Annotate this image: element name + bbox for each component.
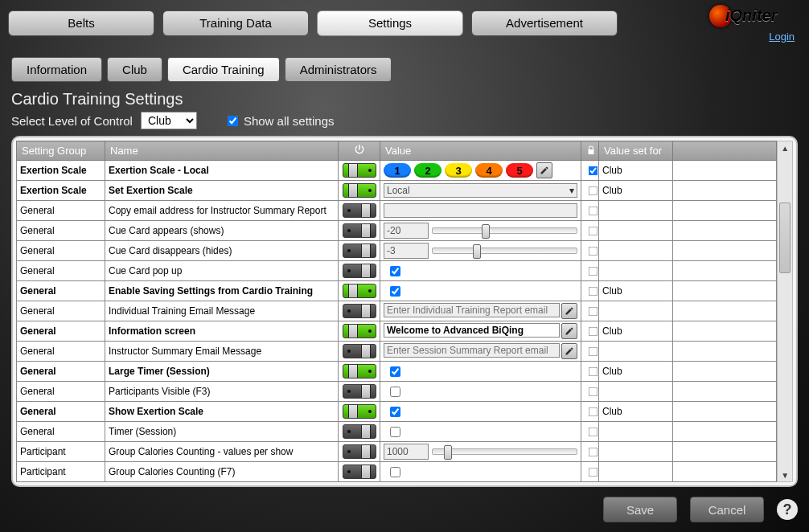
lock-checkbox[interactable]: [589, 387, 598, 396]
lock-checkbox[interactable]: [589, 467, 598, 477]
cell-setting-group: General: [17, 221, 105, 241]
lock-checkbox[interactable]: [589, 186, 598, 195]
edit-icon[interactable]: [561, 323, 577, 339]
dropdown[interactable]: [384, 183, 577, 198]
cell-setting-group: Participant: [17, 462, 105, 482]
lock-checkbox[interactable]: [589, 166, 598, 175]
login-link[interactable]: Login: [769, 31, 795, 43]
value-checkbox[interactable]: [390, 467, 400, 477]
text-input[interactable]: [384, 343, 560, 358]
edit-icon[interactable]: [561, 343, 577, 359]
lock-checkbox[interactable]: [589, 427, 598, 436]
toggle-switch[interactable]: [343, 223, 376, 238]
cell-value: [380, 241, 581, 261]
lock-checkbox[interactable]: [589, 286, 598, 296]
subtab-administrators[interactable]: Administrators: [285, 57, 392, 82]
toggle-switch[interactable]: [343, 404, 376, 419]
zone-button[interactable]: 4: [475, 163, 503, 178]
cell-set-for: [599, 261, 673, 281]
tab-advertisement[interactable]: Advertisement: [471, 10, 618, 36]
toggle-switch[interactable]: [343, 163, 376, 178]
lock-checkbox[interactable]: [589, 326, 598, 336]
cell-extra: [673, 342, 777, 362]
level-of-control-select[interactable]: Club: [141, 112, 197, 129]
text-input[interactable]: [384, 323, 560, 338]
lock-checkbox[interactable]: [589, 306, 598, 316]
toggle-switch[interactable]: [343, 384, 376, 399]
tab-belts[interactable]: Belts: [8, 10, 154, 36]
number-input[interactable]: [384, 223, 429, 239]
value-checkbox[interactable]: [390, 366, 400, 377]
number-input[interactable]: [384, 444, 429, 460]
tab-training-data[interactable]: Training Data: [162, 10, 309, 36]
table-row: GeneralTimer (Session): [17, 422, 777, 442]
toggle-switch[interactable]: [343, 264, 376, 278]
table-row: GeneralCue Card pop up: [17, 261, 777, 281]
save-button[interactable]: Save: [603, 497, 677, 522]
number-input[interactable]: [384, 243, 429, 259]
value-checkbox[interactable]: [390, 266, 400, 276]
cell-toggle: [339, 301, 380, 321]
value-checkbox[interactable]: [390, 387, 400, 397]
lock-checkbox[interactable]: [589, 246, 598, 256]
toggle-switch[interactable]: [343, 183, 376, 198]
toggle-switch[interactable]: [343, 344, 376, 358]
col-value-set-for[interactable]: Value set for: [599, 141, 673, 161]
zone-button[interactable]: 3: [445, 163, 472, 178]
scroll-down-icon[interactable]: ▼: [778, 469, 792, 481]
edit-icon[interactable]: [536, 162, 552, 178]
settings-panel: Setting Group Name Value: [11, 136, 798, 487]
scrollbar-thumb[interactable]: [779, 203, 791, 273]
vertical-scrollbar[interactable]: ▲ ▼: [777, 141, 793, 482]
slider[interactable]: [432, 448, 577, 455]
toggle-switch[interactable]: [343, 424, 376, 439]
slider[interactable]: [432, 227, 577, 234]
slider[interactable]: [432, 248, 577, 254]
value-checkbox[interactable]: [390, 407, 400, 417]
text-input[interactable]: [384, 303, 560, 317]
col-value[interactable]: Value: [380, 141, 581, 161]
toggle-switch[interactable]: [343, 243, 376, 258]
subtab-information[interactable]: Information: [11, 57, 102, 82]
cell-extra: [673, 301, 777, 321]
col-name[interactable]: Name: [105, 141, 339, 161]
cell-extra: [673, 161, 777, 181]
lock-checkbox[interactable]: [589, 346, 598, 356]
lock-checkbox[interactable]: [589, 366, 598, 376]
text-input[interactable]: [384, 203, 577, 218]
lock-checkbox[interactable]: [589, 206, 598, 215]
lock-checkbox[interactable]: [589, 266, 598, 276]
toggle-switch[interactable]: [343, 364, 376, 379]
value-checkbox[interactable]: [390, 427, 400, 437]
lock-checkbox[interactable]: [589, 447, 598, 456]
scroll-up-icon[interactable]: ▲: [778, 141, 792, 154]
cell-extra: [673, 402, 777, 422]
cell-name: Cue Card disappears (hides): [105, 241, 339, 261]
show-all-settings-checkbox[interactable]: [228, 116, 238, 126]
toggle-switch[interactable]: [343, 464, 376, 479]
table-row: GeneralParticipants Visible (F3): [17, 382, 777, 402]
subtab-cardio-training[interactable]: Cardio Training: [167, 57, 280, 82]
show-all-settings-label: Show all settings: [244, 114, 335, 128]
subtab-club[interactable]: Club: [107, 57, 162, 82]
value-checkbox[interactable]: [390, 286, 400, 297]
col-setting-group[interactable]: Setting Group: [17, 141, 105, 161]
help-button[interactable]: ?: [777, 499, 798, 520]
lock-checkbox[interactable]: [589, 226, 598, 235]
edit-icon[interactable]: [561, 303, 577, 319]
lock-checkbox[interactable]: [589, 407, 598, 416]
toggle-switch[interactable]: [343, 304, 376, 318]
zone-button[interactable]: 5: [506, 163, 533, 178]
cell-setting-group: General: [17, 301, 105, 321]
toggle-switch[interactable]: [343, 203, 376, 218]
col-power[interactable]: [339, 141, 380, 161]
zone-button[interactable]: 2: [414, 163, 441, 178]
zone-button[interactable]: 1: [384, 163, 411, 178]
tab-settings[interactable]: Settings: [317, 10, 463, 36]
toggle-switch[interactable]: [343, 444, 376, 459]
toggle-switch[interactable]: [343, 324, 376, 338]
cancel-button[interactable]: Cancel: [690, 497, 764, 522]
col-lock[interactable]: [581, 141, 599, 161]
cell-lock: [581, 301, 599, 321]
toggle-switch[interactable]: [343, 284, 376, 298]
